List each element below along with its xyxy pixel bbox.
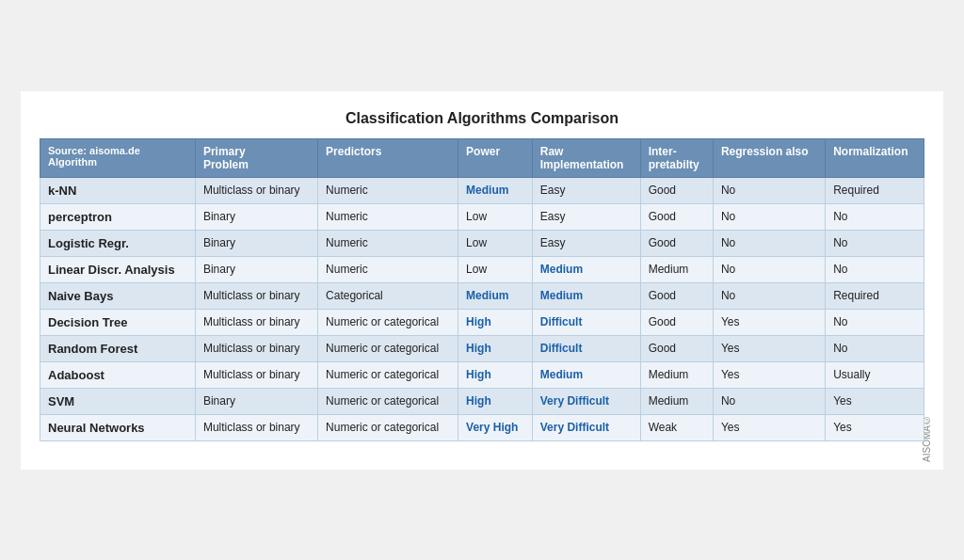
col-header-predictors: Predictors bbox=[318, 138, 458, 177]
table-cell: Medium bbox=[532, 256, 640, 282]
table-row: Logistic Regr.BinaryNumericLowEasyGoodNo… bbox=[40, 230, 924, 256]
table-row: Linear Discr. AnalysisBinaryNumericLowMe… bbox=[40, 256, 924, 282]
table-cell: Neural Networks bbox=[40, 414, 196, 440]
table-row: AdaboostMulticlass or binaryNumeric or c… bbox=[40, 361, 924, 388]
table-cell: Numeric or categorical bbox=[318, 335, 458, 361]
col-header-interpretability: Inter-pretabilty bbox=[640, 138, 713, 177]
table-cell: SVM bbox=[40, 388, 196, 414]
table-cell: No bbox=[713, 282, 825, 309]
table-cell: Good bbox=[640, 309, 713, 335]
table-cell: Adaboost bbox=[40, 361, 196, 388]
table-cell: No bbox=[826, 256, 924, 282]
table-cell: k-NN bbox=[40, 177, 196, 203]
table-row: Neural NetworksMulticlass or binaryNumer… bbox=[40, 414, 924, 440]
table-cell: No bbox=[713, 203, 825, 230]
table-cell: Logistic Regr. bbox=[40, 230, 196, 256]
page-title: Classification Algorithms Comparison bbox=[40, 110, 924, 127]
table-row: perceptronBinaryNumericLowEasyGoodNoNo bbox=[40, 203, 924, 230]
table-cell: Numeric or categorical bbox=[318, 309, 458, 335]
table-cell: Medium bbox=[532, 361, 640, 388]
table-cell: Good bbox=[640, 177, 713, 203]
table-row: Decision TreeMulticlass or binaryNumeric… bbox=[40, 309, 924, 335]
table-cell: Multiclass or binary bbox=[195, 309, 317, 335]
table-cell: Linear Discr. Analysis bbox=[40, 256, 196, 282]
table-cell: Medium bbox=[640, 256, 713, 282]
table-cell: Easy bbox=[532, 177, 640, 203]
table-cell: High bbox=[458, 309, 533, 335]
col-header-raw-implementation: RawImplementation bbox=[532, 138, 640, 177]
table-cell: High bbox=[458, 335, 533, 361]
table-cell: Binary bbox=[195, 230, 317, 256]
table-cell: Yes bbox=[713, 335, 825, 361]
table-cell: Low bbox=[458, 230, 533, 256]
table-cell: Required bbox=[826, 282, 924, 309]
table-cell: Difficult bbox=[532, 335, 640, 361]
table-cell: Easy bbox=[532, 230, 640, 256]
col-header-regression-also: Regression also bbox=[713, 138, 825, 177]
table-cell: Numeric bbox=[318, 177, 458, 203]
table-cell: Yes bbox=[826, 414, 924, 440]
table-cell: Yes bbox=[713, 361, 825, 388]
table-cell: perceptron bbox=[40, 203, 196, 230]
table-cell: Yes bbox=[826, 388, 924, 414]
table-cell: Good bbox=[640, 282, 713, 309]
page-container: Classification Algorithms Comparison Sou… bbox=[21, 91, 943, 470]
table-cell: Random Forest bbox=[40, 335, 196, 361]
table-cell: High bbox=[458, 388, 533, 414]
table-cell: Numeric bbox=[318, 230, 458, 256]
table-cell: No bbox=[713, 388, 825, 414]
table-cell: Good bbox=[640, 335, 713, 361]
table-cell: Decision Tree bbox=[40, 309, 196, 335]
table-cell: No bbox=[826, 335, 924, 361]
table-row: k-NNMulticlass or binaryNumericMediumEas… bbox=[40, 177, 924, 203]
table-row: SVMBinaryNumeric or categoricalHighVery … bbox=[40, 388, 924, 414]
table-cell: Numeric bbox=[318, 203, 458, 230]
table-row: Naive BaysMulticlass or binaryCategorica… bbox=[40, 282, 924, 309]
table-cell: Medium bbox=[640, 388, 713, 414]
table-cell: Low bbox=[458, 256, 533, 282]
table-cell: Good bbox=[640, 230, 713, 256]
table-cell: Binary bbox=[195, 256, 317, 282]
col-header-source: Source: aisoma.deAlgorithm bbox=[40, 138, 196, 177]
comparison-table: Source: aisoma.deAlgorithm PrimaryProble… bbox=[40, 138, 924, 441]
table-cell: Yes bbox=[713, 309, 825, 335]
table-cell: Medium bbox=[458, 282, 533, 309]
table-cell: Multiclass or binary bbox=[195, 414, 317, 440]
table-cell: Numeric or categorical bbox=[318, 388, 458, 414]
table-cell: Good bbox=[640, 203, 713, 230]
table-cell: Numeric bbox=[318, 256, 458, 282]
table-cell: Yes bbox=[713, 414, 825, 440]
table-cell: Binary bbox=[195, 388, 317, 414]
table-cell: Medium bbox=[532, 282, 640, 309]
table-cell: Multiclass or binary bbox=[195, 282, 317, 309]
col-header-power: Power bbox=[458, 138, 533, 177]
table-cell: Numeric or categorical bbox=[318, 414, 458, 440]
table-cell: Easy bbox=[532, 203, 640, 230]
table-cell: Very Difficult bbox=[532, 388, 640, 414]
table-cell: No bbox=[826, 203, 924, 230]
table-cell: No bbox=[826, 230, 924, 256]
table-cell: Multiclass or binary bbox=[195, 361, 317, 388]
table-cell: Weak bbox=[640, 414, 713, 440]
table-cell: Low bbox=[458, 203, 533, 230]
table-cell: Medium bbox=[458, 177, 533, 203]
table-cell: Medium bbox=[640, 361, 713, 388]
table-cell: High bbox=[458, 361, 533, 388]
col-header-primary-problem: PrimaryProblem bbox=[195, 138, 317, 177]
table-row: Random ForestMulticlass or binaryNumeric… bbox=[40, 335, 924, 361]
table-cell: No bbox=[713, 177, 825, 203]
table-cell: No bbox=[826, 309, 924, 335]
table-cell: Multiclass or binary bbox=[195, 335, 317, 361]
table-cell: No bbox=[713, 256, 825, 282]
table-cell: Very Difficult bbox=[532, 414, 640, 440]
table-cell: Naive Bays bbox=[40, 282, 196, 309]
col-header-normalization: Normalization bbox=[826, 138, 924, 177]
table-cell: Categorical bbox=[318, 282, 458, 309]
table-cell: Numeric or categorical bbox=[318, 361, 458, 388]
table-cell: Usually bbox=[826, 361, 924, 388]
table-cell: Required bbox=[826, 177, 924, 203]
table-cell: Difficult bbox=[532, 309, 640, 335]
table-cell: Binary bbox=[195, 203, 317, 230]
table-cell: Very High bbox=[458, 414, 533, 440]
table-cell: Multiclass or binary bbox=[195, 177, 317, 203]
